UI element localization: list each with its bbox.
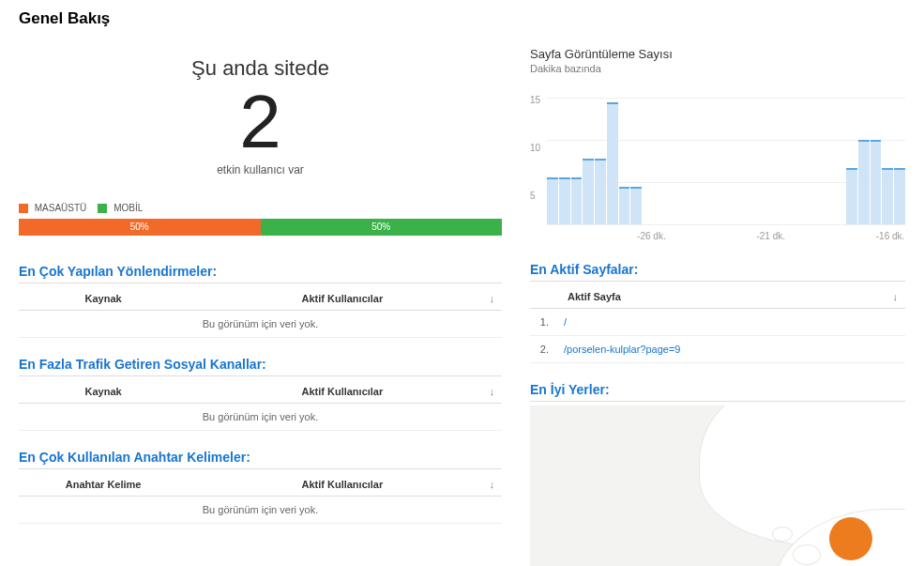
y-tick-5: 5 xyxy=(530,191,536,201)
pageviews-bar xyxy=(871,140,882,224)
x-tick: -16 dk. xyxy=(875,231,905,241)
x-tick: -26 dk. xyxy=(636,231,666,241)
pageviews-bar xyxy=(559,177,570,224)
referrals-table: Kaynak Aktif Kullanıcılar ↓ Bu görünüm i… xyxy=(19,287,502,338)
y-tick-10: 10 xyxy=(530,143,540,153)
keywords-table: Anahtar Kelime Aktif Kullanıcılar ↓ Bu g… xyxy=(19,473,502,524)
social-empty: Bu görünüm için veri yok. xyxy=(19,404,502,431)
legend-item-mobile: MOBİL xyxy=(98,203,143,213)
pageviews-bar xyxy=(882,168,893,224)
top-locations-heading[interactable]: En İyi Yerler: xyxy=(530,382,905,402)
keywords-col-keyword[interactable]: Anahtar Kelime xyxy=(19,473,188,497)
pageviews-chart-title: Sayfa Görüntüleme Sayısı xyxy=(530,47,905,61)
page-title: Genel Bakış xyxy=(19,9,905,28)
pageviews-bar xyxy=(547,177,558,224)
pageviews-bar xyxy=(571,177,583,224)
keywords-empty: Bu görünüm için veri yok. xyxy=(19,497,502,524)
pageviews-chart[interactable]: 15 10 5 -26 dk. -21 dk. -16 dk. xyxy=(530,84,905,243)
sort-desc-icon: ↓ xyxy=(490,386,495,397)
pageviews-bar xyxy=(858,140,870,224)
pageviews-bars xyxy=(547,84,905,224)
referrals-empty: Bu görünüm için veri yok. xyxy=(19,311,502,338)
active-users-count: 2 xyxy=(19,84,502,160)
sort-desc-icon: ↓ xyxy=(893,291,899,302)
active-users-heading: Şu anda sitede xyxy=(19,56,502,81)
row-index: 2. xyxy=(530,336,556,363)
device-legend: MASAÜSTÜ MOBİL xyxy=(19,203,502,213)
sort-desc-icon: ↓ xyxy=(490,479,495,490)
active-users-panel: Şu anda sitede 2 etkin kullanıcı var xyxy=(19,56,502,176)
pageviews-bar xyxy=(630,187,642,224)
active-users-subtext: etkin kullanıcı var xyxy=(19,163,502,176)
pageviews-bar xyxy=(583,159,594,224)
row-index: 1. xyxy=(530,309,556,336)
social-heading[interactable]: En Fazla Trafik Getiren Sosyal Kanallar: xyxy=(19,357,502,376)
social-col-users[interactable]: Aktif Kullanıcılar ↓ xyxy=(188,380,502,404)
pageviews-xaxis: -26 dk. -21 dk. -16 dk. xyxy=(547,231,905,241)
pageviews-bar xyxy=(846,168,857,224)
pageviews-bar xyxy=(595,159,606,224)
active-pages-table: Aktif Sayfa ↓ 1./2./porselen-kulplar?pag… xyxy=(530,285,905,363)
keywords-heading[interactable]: En Çok Kullanılan Anahtar Kelimeler: xyxy=(19,450,502,469)
legend-label-mobile: MOBİL xyxy=(114,203,143,213)
legend-label-desktop: MASAÜSTÜ xyxy=(35,203,87,213)
legend-swatch-mobile xyxy=(98,204,107,213)
map-location-dot[interactable] xyxy=(829,517,872,560)
keywords-col-users[interactable]: Aktif Kullanıcılar ↓ xyxy=(188,473,502,497)
referrals-heading[interactable]: En Çok Yapılan Yönlendirmeler: xyxy=(19,264,502,283)
active-page-link[interactable]: /porselen-kulplar?page=9 xyxy=(564,344,680,355)
y-tick-15: 15 xyxy=(530,95,540,105)
device-split-bar: 50% 50% xyxy=(19,219,502,236)
active-pages-col-page[interactable]: Aktif Sayfa ↓ xyxy=(530,285,905,309)
social-table: Kaynak Aktif Kullanıcılar ↓ Bu görünüm i… xyxy=(19,380,502,431)
legend-swatch-desktop xyxy=(19,204,28,213)
pageviews-bar xyxy=(894,168,905,224)
sort-desc-icon: ↓ xyxy=(490,293,495,304)
table-row: 2./porselen-kulplar?page=9 xyxy=(530,336,905,363)
referrals-col-source[interactable]: Kaynak xyxy=(19,287,188,311)
referrals-col-users[interactable]: Aktif Kullanıcılar ↓ xyxy=(188,287,502,311)
active-page-link[interactable]: / xyxy=(564,316,567,328)
x-tick: -21 dk. xyxy=(756,231,786,241)
device-bar-desktop: 50% xyxy=(19,219,261,236)
active-pages-heading[interactable]: En Aktif Sayfalar: xyxy=(530,262,905,282)
social-col-source[interactable]: Kaynak xyxy=(19,380,188,404)
pageviews-chart-subtitle: Dakika bazında xyxy=(530,63,905,74)
table-row: 1./ xyxy=(530,309,905,336)
legend-item-desktop: MASAÜSTÜ xyxy=(19,203,86,213)
device-bar-mobile: 50% xyxy=(261,219,503,236)
pageviews-bar xyxy=(607,102,618,224)
locations-map[interactable] xyxy=(530,405,905,566)
pageviews-bar xyxy=(619,187,630,224)
